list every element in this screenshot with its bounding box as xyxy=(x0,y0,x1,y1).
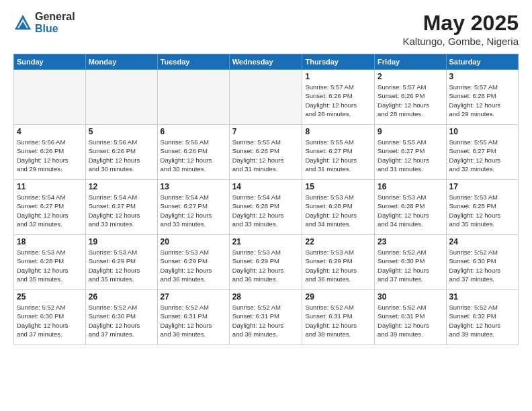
day-number: 4 xyxy=(17,127,83,136)
calendar-cell: 8Sunrise: 5:55 AM Sunset: 6:27 PM Daylig… xyxy=(302,125,375,180)
calendar-cell: 14Sunrise: 5:54 AM Sunset: 6:28 PM Dayli… xyxy=(229,180,302,235)
calendar-cell: 16Sunrise: 5:53 AM Sunset: 6:28 PM Dayli… xyxy=(375,180,446,235)
day-info: Sunrise: 5:53 AM Sunset: 6:29 PM Dayligh… xyxy=(305,248,371,283)
day-info: Sunrise: 5:57 AM Sunset: 6:26 PM Dayligh… xyxy=(305,83,371,118)
day-number: 19 xyxy=(89,237,154,246)
day-info: Sunrise: 5:52 AM Sunset: 6:30 PM Dayligh… xyxy=(449,248,515,283)
calendar-cell: 5Sunrise: 5:56 AM Sunset: 6:26 PM Daylig… xyxy=(85,125,157,180)
day-info: Sunrise: 5:53 AM Sunset: 6:29 PM Dayligh… xyxy=(89,248,154,283)
day-number: 30 xyxy=(378,292,443,302)
day-info: Sunrise: 5:53 AM Sunset: 6:28 PM Dayligh… xyxy=(17,248,83,283)
day-info: Sunrise: 5:56 AM Sunset: 6:26 PM Dayligh… xyxy=(89,138,154,173)
calendar-week-1: 1Sunrise: 5:57 AM Sunset: 6:26 PM Daylig… xyxy=(14,70,519,125)
day-number: 22 xyxy=(305,237,371,246)
day-info: Sunrise: 5:53 AM Sunset: 6:28 PM Dayligh… xyxy=(378,193,443,228)
day-number: 6 xyxy=(161,127,226,136)
calendar-cell: 29Sunrise: 5:52 AM Sunset: 6:31 PM Dayli… xyxy=(302,290,375,345)
day-info: Sunrise: 5:52 AM Sunset: 6:32 PM Dayligh… xyxy=(449,303,515,338)
day-number: 28 xyxy=(232,292,300,302)
calendar-cell: 3Sunrise: 5:57 AM Sunset: 6:26 PM Daylig… xyxy=(446,70,518,125)
day-info: Sunrise: 5:57 AM Sunset: 6:26 PM Dayligh… xyxy=(378,83,443,118)
month-title: May 2025 xyxy=(402,11,519,36)
logo-blue: Blue xyxy=(35,23,75,35)
calendar-cell: 1Sunrise: 5:57 AM Sunset: 6:26 PM Daylig… xyxy=(302,70,375,125)
day-info: Sunrise: 5:52 AM Sunset: 6:30 PM Dayligh… xyxy=(17,303,83,338)
calendar-cell: 22Sunrise: 5:53 AM Sunset: 6:29 PM Dayli… xyxy=(302,235,375,290)
calendar-cell xyxy=(14,70,86,125)
calendar-cell: 2Sunrise: 5:57 AM Sunset: 6:26 PM Daylig… xyxy=(375,70,446,125)
calendar-week-3: 11Sunrise: 5:54 AM Sunset: 6:27 PM Dayli… xyxy=(14,180,519,235)
day-number: 2 xyxy=(378,72,443,81)
day-info: Sunrise: 5:56 AM Sunset: 6:26 PM Dayligh… xyxy=(161,138,226,173)
title-section: May 2025 Kaltungo, Gombe, Nigeria xyxy=(402,11,519,47)
day-number: 3 xyxy=(449,72,515,81)
day-info: Sunrise: 5:52 AM Sunset: 6:30 PM Dayligh… xyxy=(378,248,443,283)
logo-general: General xyxy=(35,11,75,23)
calendar-cell xyxy=(157,70,229,125)
calendar-cell: 12Sunrise: 5:54 AM Sunset: 6:27 PM Dayli… xyxy=(85,180,157,235)
calendar-cell: 17Sunrise: 5:53 AM Sunset: 6:28 PM Dayli… xyxy=(446,180,518,235)
day-header-wednesday: Wednesday xyxy=(229,54,302,70)
calendar-cell: 21Sunrise: 5:53 AM Sunset: 6:29 PM Dayli… xyxy=(229,235,302,290)
day-number: 25 xyxy=(17,292,83,302)
calendar-cell: 18Sunrise: 5:53 AM Sunset: 6:28 PM Dayli… xyxy=(14,235,86,290)
calendar-cell: 6Sunrise: 5:56 AM Sunset: 6:26 PM Daylig… xyxy=(157,125,229,180)
day-number: 21 xyxy=(232,237,300,246)
day-number: 11 xyxy=(17,182,83,191)
calendar-cell: 24Sunrise: 5:52 AM Sunset: 6:30 PM Dayli… xyxy=(446,235,518,290)
day-info: Sunrise: 5:53 AM Sunset: 6:28 PM Dayligh… xyxy=(305,193,371,228)
day-info: Sunrise: 5:52 AM Sunset: 6:30 PM Dayligh… xyxy=(89,303,154,338)
day-info: Sunrise: 5:56 AM Sunset: 6:26 PM Dayligh… xyxy=(17,138,83,173)
day-number: 27 xyxy=(161,292,226,302)
day-info: Sunrise: 5:53 AM Sunset: 6:29 PM Dayligh… xyxy=(161,248,226,283)
day-info: Sunrise: 5:53 AM Sunset: 6:29 PM Dayligh… xyxy=(232,248,300,283)
day-header-friday: Friday xyxy=(375,54,446,70)
page: General Blue May 2025 Kaltungo, Gombe, N… xyxy=(0,0,532,411)
calendar-cell: 25Sunrise: 5:52 AM Sunset: 6:30 PM Dayli… xyxy=(14,290,86,345)
day-info: Sunrise: 5:55 AM Sunset: 6:27 PM Dayligh… xyxy=(305,138,371,173)
day-number: 13 xyxy=(161,182,226,191)
calendar-cell: 10Sunrise: 5:55 AM Sunset: 6:27 PM Dayli… xyxy=(446,125,518,180)
day-header-saturday: Saturday xyxy=(446,54,518,70)
day-info: Sunrise: 5:52 AM Sunset: 6:31 PM Dayligh… xyxy=(232,303,300,338)
day-info: Sunrise: 5:52 AM Sunset: 6:31 PM Dayligh… xyxy=(378,303,443,338)
day-number: 17 xyxy=(449,182,515,191)
day-number: 10 xyxy=(449,127,515,136)
calendar-week-5: 25Sunrise: 5:52 AM Sunset: 6:30 PM Dayli… xyxy=(14,290,519,345)
calendar-cell xyxy=(85,70,157,125)
day-number: 18 xyxy=(17,237,83,246)
day-header-tuesday: Tuesday xyxy=(157,54,229,70)
day-info: Sunrise: 5:54 AM Sunset: 6:27 PM Dayligh… xyxy=(161,193,226,228)
calendar-header-row: SundayMondayTuesdayWednesdayThursdayFrid… xyxy=(14,54,519,70)
calendar-cell xyxy=(229,70,302,125)
calendar-cell: 27Sunrise: 5:52 AM Sunset: 6:31 PM Dayli… xyxy=(157,290,229,345)
calendar-cell: 13Sunrise: 5:54 AM Sunset: 6:27 PM Dayli… xyxy=(157,180,229,235)
day-number: 7 xyxy=(232,127,300,136)
calendar-cell: 7Sunrise: 5:55 AM Sunset: 6:26 PM Daylig… xyxy=(229,125,302,180)
day-info: Sunrise: 5:55 AM Sunset: 6:26 PM Dayligh… xyxy=(232,138,300,173)
day-info: Sunrise: 5:55 AM Sunset: 6:27 PM Dayligh… xyxy=(449,138,515,173)
day-number: 26 xyxy=(89,292,154,302)
day-info: Sunrise: 5:54 AM Sunset: 6:28 PM Dayligh… xyxy=(232,193,300,228)
day-info: Sunrise: 5:52 AM Sunset: 6:31 PM Dayligh… xyxy=(305,303,371,338)
day-info: Sunrise: 5:57 AM Sunset: 6:26 PM Dayligh… xyxy=(449,83,515,118)
calendar-cell: 20Sunrise: 5:53 AM Sunset: 6:29 PM Dayli… xyxy=(157,235,229,290)
calendar-cell: 15Sunrise: 5:53 AM Sunset: 6:28 PM Dayli… xyxy=(302,180,375,235)
day-header-thursday: Thursday xyxy=(302,54,375,70)
calendar-week-2: 4Sunrise: 5:56 AM Sunset: 6:26 PM Daylig… xyxy=(14,125,519,180)
day-number: 14 xyxy=(232,182,300,191)
day-number: 16 xyxy=(378,182,443,191)
calendar-cell: 26Sunrise: 5:52 AM Sunset: 6:30 PM Dayli… xyxy=(85,290,157,345)
day-header-monday: Monday xyxy=(85,54,157,70)
day-number: 1 xyxy=(305,72,371,81)
location: Kaltungo, Gombe, Nigeria xyxy=(402,36,519,47)
logo-icon xyxy=(13,13,32,32)
calendar-cell: 23Sunrise: 5:52 AM Sunset: 6:30 PM Dayli… xyxy=(375,235,446,290)
day-number: 20 xyxy=(161,237,226,246)
calendar-cell: 9Sunrise: 5:55 AM Sunset: 6:27 PM Daylig… xyxy=(375,125,446,180)
day-info: Sunrise: 5:55 AM Sunset: 6:27 PM Dayligh… xyxy=(378,138,443,173)
day-number: 8 xyxy=(305,127,371,136)
day-header-sunday: Sunday xyxy=(14,54,86,70)
day-number: 5 xyxy=(89,127,154,136)
day-number: 31 xyxy=(449,292,515,302)
